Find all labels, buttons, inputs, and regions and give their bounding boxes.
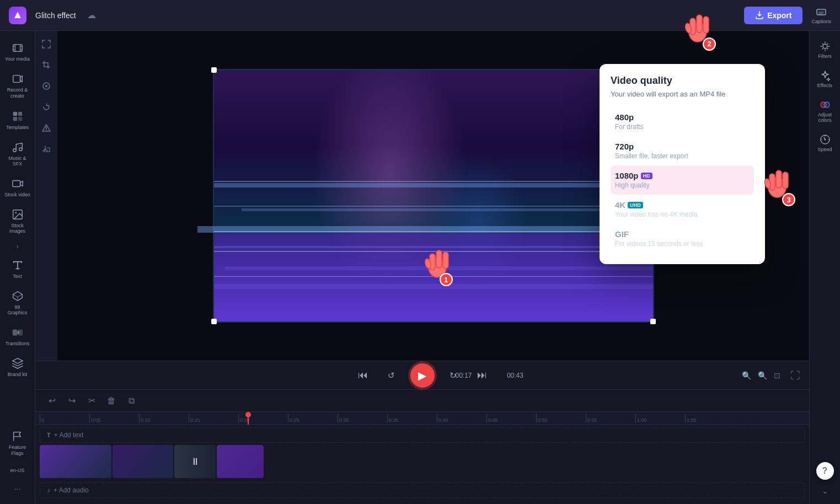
audio-track-icon: ♪ (47, 486, 50, 494)
quality-option-gif[interactable]: GIF For videos 15 seconds or less (611, 224, 754, 253)
sidebar-item-stock-images[interactable]: Stock images (2, 204, 33, 238)
right-sidebar-item-adjust-colors[interactable]: Adjust colors (811, 96, 839, 126)
quality-name-720p: 720p (615, 142, 750, 151)
clip-segment-1[interactable] (40, 445, 111, 478)
film-icon (12, 42, 24, 54)
sidebar-item-transitions[interactable]: Transitions (2, 322, 33, 351)
undo-button[interactable]: ↩ (44, 393, 60, 409)
transitions-icon (12, 326, 24, 339)
right-sidebar-item-effects[interactable]: Effects (811, 67, 839, 92)
right-sidebar-item-speed[interactable]: Speed (811, 131, 839, 156)
zoom-out-button[interactable]: 🔍 (740, 370, 753, 381)
resize-handle-br[interactable] (650, 319, 656, 324)
add-audio-track[interactable]: ♪ + Add audio (40, 482, 805, 498)
quality-desc-720p: Smaller file, faster export (615, 152, 750, 160)
clip-segment-3[interactable]: ⏸ (174, 445, 216, 478)
ruler-mark-100: 1:00 (635, 414, 685, 423)
video-content (214, 70, 653, 321)
record-icon (12, 73, 24, 85)
svg-point-16 (15, 212, 17, 213)
right-sidebar-label-filters: Filters (818, 53, 832, 59)
skip-back-button[interactable]: ⏮ (353, 366, 373, 385)
fit-zoom-button[interactable]: ⊡ (772, 370, 783, 381)
sidebar-label-stock-video: Stock video (4, 192, 30, 197)
sidebar-item-feature-flags[interactable]: FeatureFlags (2, 426, 33, 461)
svg-point-12 (13, 148, 16, 152)
cut-button[interactable]: ✂ (84, 393, 99, 409)
export-button[interactable]: Export (744, 7, 802, 24)
rotate-tool[interactable] (38, 98, 55, 116)
sidebar-item-text[interactable]: Text (2, 255, 33, 283)
ruler-mark-005: 0:05 (89, 414, 139, 423)
export-icon (755, 11, 764, 20)
quality-option-1080p[interactable]: 1080p HD High quality (611, 165, 754, 195)
crop-tool[interactable] (38, 56, 55, 74)
video-quality-panel: Video quality Your video will export as … (600, 64, 765, 264)
sidebar-item-templates[interactable]: Templates (2, 106, 33, 135)
svg-rect-9 (18, 111, 22, 115)
zoom-in-button[interactable]: 🔍 (756, 370, 769, 381)
fullscreen-button[interactable]: ⛶ (790, 369, 800, 381)
right-sidebar-label-effects: Effects (817, 83, 832, 88)
redo-button[interactable]: ↪ (64, 393, 79, 409)
ruler-mark-045: 0:45 (486, 414, 536, 423)
sidebar-item-more[interactable]: ··· (2, 480, 33, 497)
sidebar-expand-button[interactable]: › (14, 240, 21, 253)
captions-icon (816, 7, 827, 18)
sidebar-item-your-media[interactable]: Your media (2, 37, 33, 66)
resize-handle-tl[interactable] (211, 67, 217, 73)
fit-view-tool[interactable] (38, 35, 55, 53)
add-text-label: + Add text (54, 431, 84, 439)
main-layout: Your media Record &create Templates (0, 31, 840, 504)
adjust-colors-icon (820, 99, 831, 110)
quality-option-4k[interactable]: 4K UHD Your video has no 4K media (611, 195, 754, 224)
quality-option-480p[interactable]: 480p For drafts (611, 107, 754, 136)
ruler-marks: 0 0:05 0:10 0:15 0:20 0:25 0:30 0:35 0:4… (40, 414, 805, 423)
cloud-save-icon[interactable]: ☁ (87, 10, 96, 20)
sidebar-item-brand-kit[interactable]: Brand kit (2, 353, 33, 382)
tracks-area: T + Add text ⏸ ♪ (35, 425, 809, 498)
sidebar-label-transitions: Transitions (6, 341, 30, 346)
svg-point-13 (19, 148, 22, 151)
sidebar-collapse-button[interactable]: ⌄ (816, 484, 834, 497)
ruler-mark-030: 0:30 (338, 414, 387, 423)
fit-view-icon (42, 40, 51, 49)
playhead-marker (245, 412, 251, 417)
right-sidebar-item-filters[interactable]: Filters (811, 37, 839, 62)
svg-point-34 (824, 139, 826, 141)
glitch-line-2 (242, 208, 653, 211)
video-frame (213, 69, 654, 323)
sidebar-item-graphics[interactable]: 88 Graphics (2, 286, 33, 320)
quality-option-720p[interactable]: 720p Smaller file, faster export (611, 136, 754, 165)
sidebar-label-graphics: 88 Graphics (4, 304, 31, 315)
text-icon (12, 259, 24, 271)
project-title: Glitch effect (35, 11, 76, 20)
sidebar-label-record-create: Record &create (7, 87, 28, 99)
resize-handle-bl[interactable] (211, 319, 217, 324)
sidebar-item-stock-video[interactable]: Stock video (2, 173, 33, 202)
sidebar-item-music-sfx[interactable]: Music & SFX (2, 137, 33, 171)
playhead[interactable] (248, 412, 249, 425)
warning-tool[interactable] (38, 119, 55, 137)
stock-images-icon (12, 208, 24, 221)
delete-button[interactable]: 🗑 (104, 393, 119, 409)
clip-segment-4[interactable] (217, 445, 264, 478)
quality-name-gif: GIF (615, 229, 750, 239)
clip-segment-2[interactable] (113, 445, 173, 478)
svg-rect-11 (18, 117, 22, 121)
send-back-tool[interactable] (38, 140, 55, 158)
duplicate-button[interactable]: ⧉ (124, 393, 139, 409)
play-pause-button[interactable]: ▶ (410, 363, 435, 388)
sidebar-item-record-create[interactable]: Record &create (2, 68, 33, 104)
hd-badge: HD (641, 173, 652, 179)
replay-button[interactable]: ↺ (382, 366, 402, 385)
scene-tool[interactable] (38, 77, 55, 95)
add-text-track[interactable]: T + Add text (40, 427, 805, 443)
help-button[interactable]: ? (816, 462, 834, 480)
quality-panel-subtitle: Your video will export as an MP4 file (611, 90, 754, 98)
sidebar-item-language[interactable]: en-US (2, 463, 33, 478)
current-time: 00:17 (456, 372, 472, 379)
ruler-mark-015: 0:15 (189, 414, 238, 423)
filters-icon (820, 41, 831, 52)
captions-button[interactable]: Captions (811, 7, 831, 24)
